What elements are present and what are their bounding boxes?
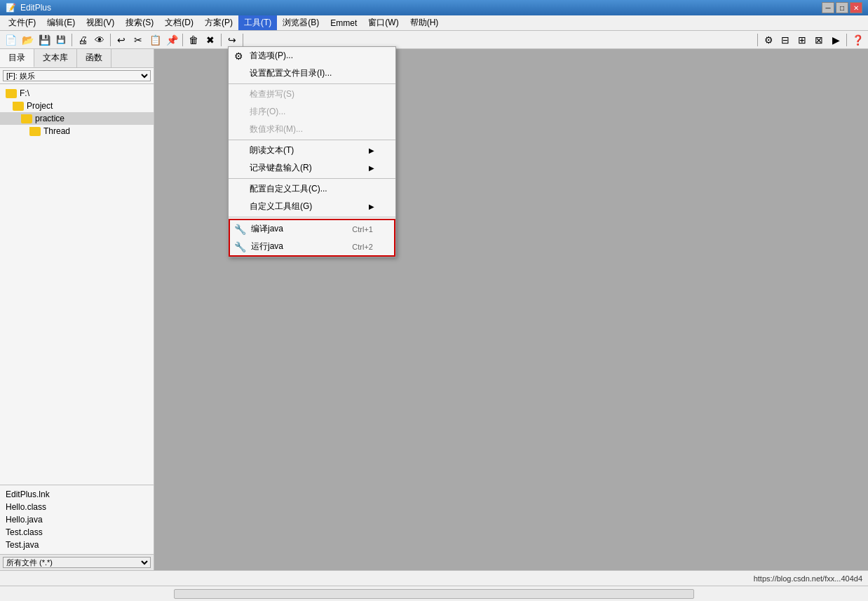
menu-scheme[interactable]: 方案(P) [199, 15, 238, 30]
main-layout: 目录 文本库 函数 [F]: 娱乐 F:\ Project practice [0, 49, 868, 570]
toolbar-sep-7 [846, 34, 847, 46]
save-button[interactable]: 💾 [36, 32, 52, 48]
wrench-icon-1: 🔧 [234, 224, 246, 235]
file-editplus-lnk[interactable]: EditPlus.lnk [0, 488, 154, 501]
bottom-bar [0, 586, 868, 601]
menu-file[interactable]: 文件(F) [3, 15, 41, 30]
menu-custom-tool-group[interactable]: 自定义工具组(G) ▶ [229, 198, 395, 215]
cut-button[interactable]: ✂ [130, 32, 146, 48]
file-test-java[interactable]: Test.java [0, 539, 154, 551]
gear-icon [234, 50, 243, 62]
filter-bar: 所有文件 (*.*) [0, 554, 154, 570]
menu-preferences[interactable]: 首选项(P)... [229, 47, 395, 65]
folder-icon [21, 114, 32, 123]
menu-tools[interactable]: 工具(T) [238, 15, 277, 30]
menu-sep-2 [229, 140, 395, 140]
menu-spell-check: 检查拼写(S) [229, 86, 395, 103]
submenu-arrow-3: ▶ [369, 203, 374, 210]
folder-icon [13, 102, 24, 111]
print-button[interactable]: 🖨 [75, 32, 90, 48]
submenu-arrow-2: ▶ [369, 164, 374, 172]
tree-item-project[interactable]: Project [0, 100, 154, 112]
menu-sep-3 [229, 178, 395, 179]
toolbar-sep-5 [243, 34, 243, 46]
cascade-button[interactable]: ⊠ [811, 32, 827, 48]
delete-button[interactable]: 🗑 [186, 32, 201, 48]
wrench-icon-2: 🔧 [234, 241, 246, 252]
menu-record-keys[interactable]: 记录键盘输入(R) ▶ [229, 159, 395, 177]
toolbar-sep-4 [221, 34, 222, 46]
tree-item-froot[interactable]: F:\ [0, 87, 154, 100]
menu-sep-4 [229, 217, 395, 217]
minimize-button[interactable]: ─ [822, 2, 834, 13]
menu-emmet[interactable]: Emmet [325, 17, 362, 29]
menu-edit[interactable]: 编辑(E) [41, 15, 81, 30]
menu-sep-1 [229, 83, 395, 84]
paste-button[interactable]: 📌 [164, 32, 179, 48]
menu-run-java[interactable]: 🔧 运行java Ctrl+2 [230, 238, 394, 255]
submenu-arrow: ▶ [369, 147, 374, 154]
highlighted-tools-section: 🔧 编译java Ctrl+1 🔧 运行java Ctrl+2 [229, 219, 395, 257]
sidebar: 目录 文本库 函数 [F]: 娱乐 F:\ Project practice [0, 49, 154, 570]
tree-item-practice[interactable]: practice [0, 112, 154, 125]
close-doc-button[interactable]: ✖ [203, 32, 218, 48]
toolbar-sep-2 [110, 34, 111, 46]
help-button[interactable]: ❓ [850, 32, 865, 48]
menu-sum: 数值求和(M)... [229, 121, 395, 138]
open-button[interactable]: 📂 [20, 32, 35, 48]
maximize-button[interactable]: □ [836, 2, 848, 13]
menu-compile-java[interactable]: 🔧 编译java Ctrl+1 [230, 220, 394, 238]
tree-item-thread[interactable]: Thread [0, 125, 154, 137]
copy-button[interactable]: 📋 [147, 32, 163, 48]
status-bar: https://blog.csdn.net/fxx...404d4 [0, 570, 868, 586]
title-bar-buttons: ─ □ ✕ [822, 2, 862, 13]
status-right: https://blog.csdn.net/fxx...404d4 [754, 574, 862, 583]
horizontal-scrollbar[interactable] [174, 589, 695, 599]
toolbar-sep-6 [757, 34, 758, 46]
menu-config-custom-tools[interactable]: 配置自定义工具(C)... [229, 180, 395, 198]
toolbar: 📄 📂 💾 💾 🖨 👁 ↩ ✂ 📋 📌 🗑 ✖ ↪ ⚙ ⊟ ⊞ ⊠ ▶ ❓ [0, 31, 868, 49]
menu-search[interactable]: 搜索(S) [120, 15, 159, 30]
tools-menu: 首选项(P)... 设置配置文件目录(I)... 检查拼写(S) 排序(O)..… [228, 46, 396, 257]
tab-textlib[interactable]: 文本库 [34, 49, 77, 67]
compile-button[interactable]: ⚙ [761, 32, 776, 48]
folder-icon [29, 127, 41, 136]
close-button[interactable]: ✕ [850, 2, 862, 13]
tab-directory[interactable]: 目录 [0, 49, 34, 67]
menu-browser[interactable]: 浏览器(B) [277, 15, 325, 30]
menu-sort: 排序(O)... [229, 103, 395, 121]
file-list: EditPlus.lnk Hello.class Hello.java Test… [0, 485, 154, 554]
drive-select[interactable]: [F]: 娱乐 [3, 70, 151, 81]
menu-help[interactable]: 帮助(H) [405, 15, 445, 30]
tile-h-button[interactable]: ⊟ [778, 32, 793, 48]
file-filter-select[interactable]: 所有文件 (*.*) [3, 557, 151, 568]
file-tree: F:\ Project practice Thread [0, 84, 154, 485]
sidebar-tabs: 目录 文本库 函数 [0, 49, 154, 68]
file-hello-java[interactable]: Hello.java [0, 513, 154, 526]
menu-window[interactable]: 窗口(W) [362, 15, 404, 30]
file-test-class[interactable]: Test.class [0, 526, 154, 539]
menu-read-text[interactable]: 朗读文本(T) ▶ [229, 142, 395, 159]
app-icon: 📝 [6, 3, 16, 13]
sidebar-dropdown[interactable]: [F]: 娱乐 [0, 68, 154, 84]
save-all-button[interactable]: 💾 [53, 32, 69, 48]
title-bar: 📝 EditPlus ─ □ ✕ [0, 0, 868, 15]
toolbar-sep-3 [182, 34, 183, 46]
menu-bar: 文件(F) 编辑(E) 视图(V) 搜索(S) 文档(D) 方案(P) 工具(T… [0, 15, 868, 31]
new-button[interactable]: 📄 [3, 32, 18, 48]
print-preview-button[interactable]: 👁 [92, 32, 107, 48]
menu-set-config-dir[interactable]: 设置配置文件目录(I)... [229, 65, 395, 82]
title-bar-text: EditPlus [20, 3, 822, 13]
undo-button[interactable]: ↩ [114, 32, 129, 48]
tab-functions[interactable]: 函数 [77, 49, 111, 67]
tile-v-button[interactable]: ⊞ [794, 32, 810, 48]
toolbar-sep-1 [72, 34, 72, 46]
file-hello-class[interactable]: Hello.class [0, 501, 154, 513]
next-window-button[interactable]: ▶ [828, 32, 843, 48]
redo-button[interactable]: ↪ [224, 32, 240, 48]
menu-doc[interactable]: 文档(D) [159, 15, 199, 30]
folder-icon [6, 89, 17, 98]
menu-view[interactable]: 视图(V) [81, 15, 120, 30]
